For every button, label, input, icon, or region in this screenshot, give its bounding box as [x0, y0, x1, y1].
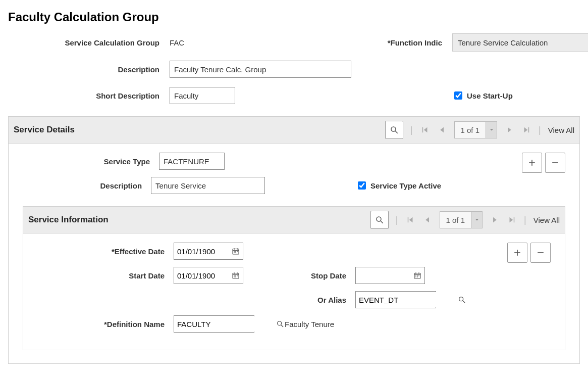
search-icon	[375, 215, 384, 224]
calendar-button[interactable]	[229, 267, 243, 284]
calendar-icon	[231, 247, 240, 256]
service-type-input[interactable]	[159, 153, 225, 170]
effective-date-input[interactable]	[174, 244, 229, 259]
start-date-field[interactable]	[174, 267, 243, 284]
service-details-header: Service Details | 1 of 1 | View All	[9, 117, 579, 144]
effective-date-label: *Effective Date	[37, 247, 174, 256]
search-icon	[458, 296, 466, 304]
use-startup-label: Use Start-Up	[467, 91, 513, 100]
paging-display[interactable]: 1 of 1	[440, 211, 483, 228]
calendar-icon	[231, 271, 240, 280]
calendar-icon	[413, 271, 422, 280]
start-date-input[interactable]	[174, 268, 229, 283]
remove-row-button[interactable]	[530, 243, 551, 263]
description-label: Description	[8, 65, 159, 74]
chevron-down-icon	[486, 122, 497, 138]
first-page-button[interactable]	[420, 125, 430, 134]
stop-date-input[interactable]	[356, 268, 410, 283]
description-input[interactable]	[170, 61, 351, 78]
service-information-header: Service Information | 1 of 1 | View All	[23, 207, 565, 233]
service-type-active-checkbox[interactable]	[358, 181, 366, 190]
search-button[interactable]	[385, 121, 403, 139]
plus-icon	[512, 248, 522, 258]
or-alias-label: Or Alias	[280, 296, 355, 304]
search-icon	[390, 125, 399, 134]
minus-icon	[550, 158, 560, 168]
view-all-link[interactable]: View All	[533, 216, 560, 224]
first-page-button[interactable]	[405, 215, 415, 224]
minus-icon	[536, 248, 546, 258]
search-button[interactable]	[370, 211, 389, 229]
first-icon	[420, 125, 430, 134]
short-description-label: Short Description	[8, 91, 159, 100]
sd-description-input[interactable]	[151, 177, 265, 194]
chevron-down-icon	[471, 212, 482, 228]
service-calc-group-label: Service Calculation Group	[8, 38, 159, 47]
top-form: Service Calculation Group FAC *Function …	[8, 33, 580, 104]
short-description-input[interactable]	[170, 87, 235, 104]
or-alias-field[interactable]	[355, 291, 436, 308]
service-information-title: Service Information	[28, 215, 109, 225]
last-icon	[522, 125, 531, 134]
definition-name-display: Faculty Tenure	[285, 320, 334, 329]
separator: |	[539, 125, 541, 135]
calendar-button[interactable]	[229, 243, 243, 259]
prev-icon	[438, 125, 447, 134]
last-icon	[507, 215, 516, 224]
prev-page-button[interactable]	[422, 215, 433, 224]
paging-text: 1 of 1	[440, 216, 471, 224]
service-calc-group-value: FAC	[170, 38, 351, 47]
function-indic-label: *Function Indic	[361, 38, 442, 47]
service-details-title: Service Details	[14, 125, 75, 135]
service-type-active-label: Service Type Active	[370, 181, 441, 190]
definition-name-input[interactable]	[174, 316, 276, 332]
add-row-button[interactable]	[522, 153, 542, 173]
last-page-button[interactable]	[521, 125, 531, 134]
next-icon	[490, 215, 499, 224]
separator: |	[524, 215, 526, 225]
lookup-button[interactable]	[276, 316, 284, 332]
prev-icon	[423, 215, 432, 224]
remove-row-button[interactable]	[545, 153, 565, 173]
service-details-panel: Service Details | 1 of 1 | View All Serv…	[8, 116, 580, 364]
add-row-button[interactable]	[507, 243, 527, 263]
service-information-panel: Service Information | 1 of 1 | View All	[23, 206, 565, 350]
search-icon	[276, 320, 284, 328]
start-date-label: Start Date	[37, 271, 174, 280]
first-icon	[406, 215, 415, 224]
or-alias-input[interactable]	[356, 292, 458, 307]
page-title: Faculty Calculation Group	[8, 10, 580, 24]
effective-date-field[interactable]	[174, 243, 243, 260]
prev-page-button[interactable]	[437, 125, 447, 134]
separator: |	[396, 215, 398, 225]
definition-name-label: *Definition Name	[37, 320, 174, 329]
service-type-label: Service Type	[23, 157, 159, 166]
stop-date-field[interactable]	[355, 267, 425, 284]
definition-name-field[interactable]	[174, 315, 254, 333]
next-icon	[505, 125, 514, 134]
next-page-button[interactable]	[490, 215, 500, 224]
next-page-button[interactable]	[504, 125, 514, 134]
lookup-button[interactable]	[458, 292, 466, 308]
plus-icon	[527, 158, 537, 168]
view-all-link[interactable]: View All	[548, 126, 574, 134]
paging-text: 1 of 1	[455, 126, 486, 134]
stop-date-label: Stop Date	[280, 271, 355, 280]
paging-display[interactable]: 1 of 1	[454, 121, 498, 138]
use-startup-checkbox[interactable]	[454, 91, 462, 100]
last-page-button[interactable]	[507, 215, 517, 224]
function-indic-select[interactable]: Tenure Service Calculation	[452, 33, 588, 52]
sd-description-label: Description	[23, 181, 151, 190]
separator: |	[410, 125, 413, 135]
calendar-button[interactable]	[410, 267, 424, 284]
